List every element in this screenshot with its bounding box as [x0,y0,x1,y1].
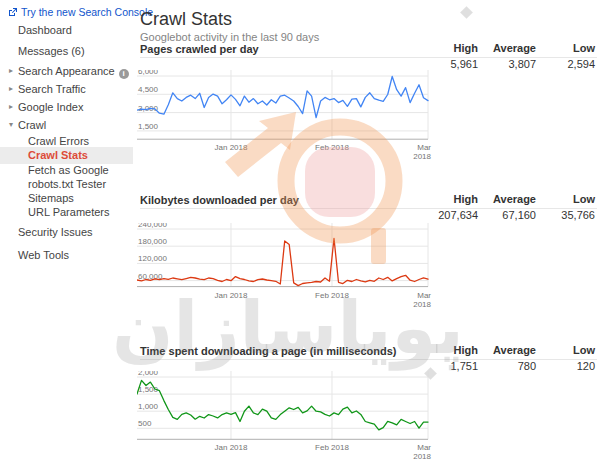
chevron-down-icon: ▾ [9,120,13,129]
high-value: 207,634 [420,209,478,221]
sidebar-item-url-parameters[interactable]: URL Parameters [28,206,110,218]
svg-text:Feb 2018: Feb 2018 [315,443,349,452]
sidebar-item-sitemaps[interactable]: Sitemaps [28,192,74,204]
svg-text:240,000: 240,000 [138,223,167,229]
svg-text:Mar2018: Mar2018 [413,443,431,461]
average-value: 3,807 [478,58,536,70]
time-downloading-chart: 2,0001,5001,000500Jan 2018Feb 2018Mar201… [137,371,437,463]
chart-title: Pages crawled per day [140,43,259,55]
high-header: High [420,193,478,205]
sidebar-item-web-tools[interactable]: Web Tools [18,249,69,261]
svg-text:Jan 2018: Jan 2018 [215,443,248,452]
sidebar: Try the new Search Console Dashboard Mes… [0,0,133,463]
chevron-right-icon: ▸ [9,84,13,93]
svg-text:3,000: 3,000 [138,104,159,113]
chart-title: Kilobytes downloaded per day [140,194,299,206]
diamond-icon [460,6,473,19]
sidebar-item-dashboard[interactable]: Dashboard [18,24,72,36]
sidebar-item-messages[interactable]: Messages (6) [18,45,85,57]
svg-text:6,000: 6,000 [138,70,159,76]
high-header: High [420,42,478,54]
pages-crawled-chart: 6,0004,5003,0001,500Jan 2018Feb 2018Mar2… [137,70,437,164]
svg-text:Mar2018: Mar2018 [413,291,431,309]
launch-icon [8,7,18,19]
low-value: 35,766 [537,209,595,221]
chevron-right-icon: ▸ [9,102,13,111]
sidebar-item-crawl[interactable]: Crawl [18,119,46,131]
sidebar-item-crawl-stats[interactable]: Crawl Stats [28,149,88,161]
average-header: Average [478,344,536,356]
svg-text:Jan 2018: Jan 2018 [215,143,248,152]
low-header: Low [537,344,595,356]
low-header: Low [537,42,595,54]
high-header: High [420,344,478,356]
average-value: 780 [478,360,536,372]
low-value: 2,594 [537,58,595,70]
average-header: Average [478,193,536,205]
kilobytes-downloaded-chart: 240,000180,000120,00060,000Jan 2018Feb 2… [137,223,437,311]
sidebar-item-security-issues[interactable]: Security Issues [18,226,93,238]
try-new-search-console-link[interactable]: Try the new Search Console [8,6,153,19]
low-header: Low [537,193,595,205]
try-link-label: Try the new Search Console [21,6,153,18]
svg-text:Feb 2018: Feb 2018 [315,291,349,300]
svg-text:1,000: 1,000 [138,402,159,411]
sidebar-item-search-appearance[interactable]: Search Appearancei [18,65,129,79]
sidebar-item-robots-txt-tester[interactable]: robots.txt Tester [28,178,106,190]
svg-text:Mar2018: Mar2018 [413,143,431,161]
section-header-time-spent: Time spent downloading a page (in millis… [140,344,597,360]
info-icon[interactable]: i [119,69,129,79]
sidebar-item-crawl-errors[interactable]: Crawl Errors [28,135,89,147]
svg-text:1,500: 1,500 [138,122,159,131]
low-value: 120 [537,360,595,372]
svg-text:Jan 2018: Jan 2018 [215,291,248,300]
svg-text:180,000: 180,000 [138,237,167,246]
chart-title: Time spent downloading a page (in millis… [140,345,397,357]
crawl-stats-page: Try the new Search Console Dashboard Mes… [0,0,600,463]
section-header-pages-crawled: Pages crawled per day High Average Low [140,42,597,58]
sidebar-item-search-traffic[interactable]: Search Traffic [18,83,86,95]
section-header-kilobytes: Kilobytes downloaded per day High Averag… [140,193,597,209]
svg-text:500: 500 [138,419,152,428]
sidebar-item-fetch-as-google[interactable]: Fetch as Google [28,164,109,176]
search-appearance-label: Search Appearance [18,65,115,77]
sidebar-item-google-index[interactable]: Google Index [18,101,83,113]
high-value: 5,961 [420,58,478,70]
svg-text:4,500: 4,500 [138,85,159,94]
average-header: Average [478,42,536,54]
chevron-right-icon: ▸ [9,66,13,75]
page-title: Crawl Stats [140,9,232,30]
svg-text:120,000: 120,000 [138,254,167,263]
stats-row: 207,634 67,160 35,766 [140,209,597,224]
svg-text:Feb 2018: Feb 2018 [315,143,349,152]
svg-text:2,000: 2,000 [138,371,159,377]
average-value: 67,160 [478,209,536,221]
